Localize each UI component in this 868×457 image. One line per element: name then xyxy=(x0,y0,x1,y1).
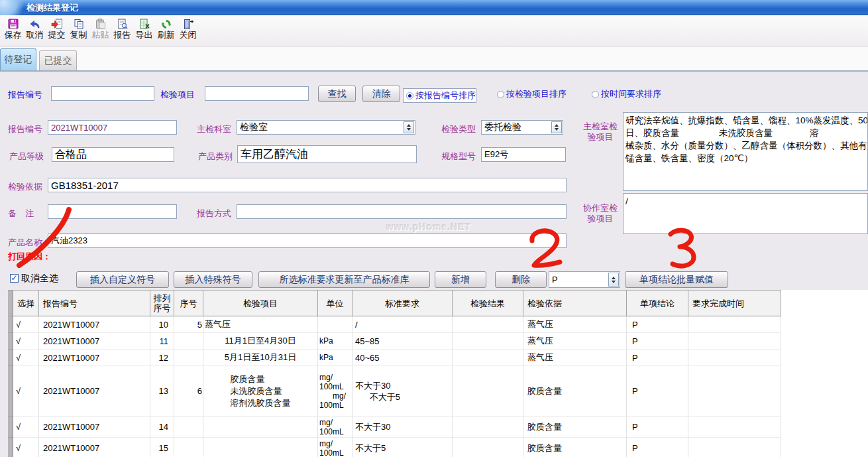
tab-divider xyxy=(0,70,868,72)
row-indicator xyxy=(8,333,13,350)
insert-custom-symbol-button[interactable]: 插入自定义符号 xyxy=(76,271,169,288)
tab-submitted[interactable]: 已提交 xyxy=(39,50,77,70)
table-cell-standard: 40~65 xyxy=(353,350,453,366)
table-row[interactable]: √2021WT10007136胶质含量 未洗胶质含量 溶剂洗胶质含量mg/ 10… xyxy=(8,366,781,417)
main-dept-select[interactable]: 检验室 xyxy=(237,120,415,135)
table-row[interactable]: √2021WT1000715mg/ 100mL不大于5胶质含量P xyxy=(8,438,781,457)
conclusion-select[interactable]: P xyxy=(549,271,620,288)
column-header[interactable]: 单位 xyxy=(318,290,353,316)
column-header[interactable]: 检验项目 xyxy=(203,290,318,316)
sort-by-report-no-radio[interactable]: 按报告编号排序 xyxy=(403,88,476,103)
tab-pending[interactable]: 待登记 xyxy=(0,48,36,70)
spinner-icon[interactable] xyxy=(551,121,562,133)
remark-field[interactable] xyxy=(48,204,177,219)
close-label: 关闭 xyxy=(180,30,197,40)
report-method-field[interactable] xyxy=(237,204,567,219)
sort-by-time-radio[interactable]: 按时间要求排序 xyxy=(592,88,661,100)
radio-dot-icon xyxy=(497,91,504,98)
table-cell-basis: 胶质含量 xyxy=(523,417,627,438)
copy-button[interactable]: 复制 xyxy=(68,17,89,46)
column-header[interactable]: 排列序号 xyxy=(150,290,174,316)
table-cell-check[interactable]: √ xyxy=(13,438,39,457)
refresh-button[interactable]: 刷新 xyxy=(155,17,177,46)
table-cell-due xyxy=(688,350,781,366)
copy-label: 复制 xyxy=(70,30,87,40)
product-name-field[interactable] xyxy=(48,233,567,248)
table-cell-check[interactable]: √ xyxy=(13,366,39,417)
row-indicator xyxy=(8,417,13,438)
table-cell-due xyxy=(688,417,781,438)
save-button[interactable]: 保存 xyxy=(2,17,24,46)
table-cell-check[interactable]: √ xyxy=(13,417,39,438)
test-basis-field[interactable] xyxy=(48,178,567,192)
test-basis-label: 检验依据 xyxy=(8,181,42,193)
search-item-label: 检验项目 xyxy=(160,89,195,101)
radio-dot-icon xyxy=(592,91,599,98)
search-report-no-input[interactable] xyxy=(51,86,154,101)
product-grade-field[interactable] xyxy=(52,147,174,162)
table-cell-seq_no xyxy=(174,350,203,366)
table-cell-result xyxy=(453,350,523,366)
add-button[interactable]: 新增 xyxy=(435,271,486,288)
grid-header-row: 选择报告编号排列序号序号检验项目单位标准要求检验结果检验依据单项结论要求完成时间 xyxy=(8,290,781,316)
column-header[interactable]: 检验依据 xyxy=(523,290,627,316)
table-cell-due xyxy=(688,438,781,457)
close-button[interactable]: 关闭 xyxy=(177,17,199,46)
column-header[interactable]: 标准要求 xyxy=(353,290,453,316)
submit-label: 提交 xyxy=(48,30,66,40)
save-icon xyxy=(7,18,20,30)
insert-special-symbol-button[interactable]: 插入特殊符号 xyxy=(174,271,252,288)
paste-button: 粘贴 xyxy=(89,17,111,46)
table-cell-result xyxy=(453,438,523,457)
column-header[interactable]: 选择 xyxy=(13,290,39,316)
table-cell-standard: / xyxy=(353,316,453,333)
sort-by-item-radio[interactable]: 按检验项目排序 xyxy=(497,88,567,100)
coop-items-textarea[interactable]: / xyxy=(623,193,868,234)
search-item-input[interactable] xyxy=(205,86,309,101)
table-row[interactable]: √2021WT100071111月1日至4月30日kPa45~85蒸气压P xyxy=(8,333,781,350)
cancel-label: 取消 xyxy=(27,30,44,40)
column-header[interactable]: 单项结论 xyxy=(627,290,688,316)
batch-assign-button[interactable]: 单项结论批量赋值 xyxy=(625,271,728,288)
cancel-button[interactable]: 取消 xyxy=(24,17,46,46)
submit-button[interactable]: 提交 xyxy=(46,17,68,46)
product-category-field[interactable] xyxy=(237,145,417,163)
table-cell-seq_no xyxy=(174,333,203,350)
spec-model-field[interactable] xyxy=(481,147,566,162)
results-grid[interactable]: 选择报告编号排列序号序号检验项目单位标准要求检验结果检验依据单项结论要求完成时间… xyxy=(8,290,868,457)
spinner-icon[interactable] xyxy=(608,273,619,287)
report-no-field[interactable] xyxy=(48,120,177,135)
table-row[interactable]: √2021WT1000714mg/ 100mL不大于30胶质含量P xyxy=(8,417,781,438)
table-cell-check[interactable]: √ xyxy=(13,333,39,350)
test-type-select[interactable]: 委托检验 xyxy=(481,120,563,135)
table-cell-seq_no xyxy=(174,438,203,457)
column-header[interactable]: 检验结果 xyxy=(453,290,523,316)
column-header[interactable]: 报告编号 xyxy=(39,290,150,316)
column-header[interactable]: 序号 xyxy=(174,290,203,316)
table-cell-report_no: 2021WT10007 xyxy=(39,316,150,333)
column-header[interactable]: 要求完成时间 xyxy=(688,290,781,316)
red-digit-3-mark xyxy=(671,230,694,266)
delete-button[interactable]: 删除 xyxy=(495,271,547,288)
export-button[interactable]: 导出 xyxy=(133,17,155,46)
table-cell-check[interactable]: √ xyxy=(13,316,39,333)
table-cell-unit: kPa xyxy=(318,333,353,350)
table-cell-basis: 胶质含量 xyxy=(523,438,627,457)
report-no-label: 报告编号 xyxy=(8,123,42,135)
report-button[interactable]: 报告 xyxy=(111,17,133,46)
table-cell-unit: mg/ 100mL xyxy=(318,438,353,457)
table-cell-order_no: 14 xyxy=(150,417,174,438)
table-cell-check[interactable]: √ xyxy=(13,350,39,366)
table-row[interactable]: √2021WT10007125月1日至10月31日kPa40~65蒸气压P xyxy=(8,350,781,366)
test-type-label: 检验类型 xyxy=(441,123,476,135)
table-cell-conclusion: P xyxy=(627,316,688,333)
main-items-textarea[interactable]: 研究法辛烷值、抗爆指数、铅含量、馏程、10%蒸发温度、50%蒸 日、胶质含量 未… xyxy=(623,112,868,191)
return-reason-label: 打回原因： xyxy=(8,251,51,263)
table-cell-standard: 不大于30 xyxy=(353,417,453,438)
clear-button[interactable]: 清除 xyxy=(362,86,400,102)
update-standard-button[interactable]: 所选标准要求更新至产品标准库 xyxy=(258,271,430,288)
find-button[interactable]: 查找 xyxy=(318,86,356,102)
spinner-icon[interactable] xyxy=(404,121,414,133)
table-row[interactable]: √2021WT10007105蒸气压/蒸气压P xyxy=(8,316,781,333)
uncheck-all-checkbox[interactable]: ✓ xyxy=(10,274,19,283)
